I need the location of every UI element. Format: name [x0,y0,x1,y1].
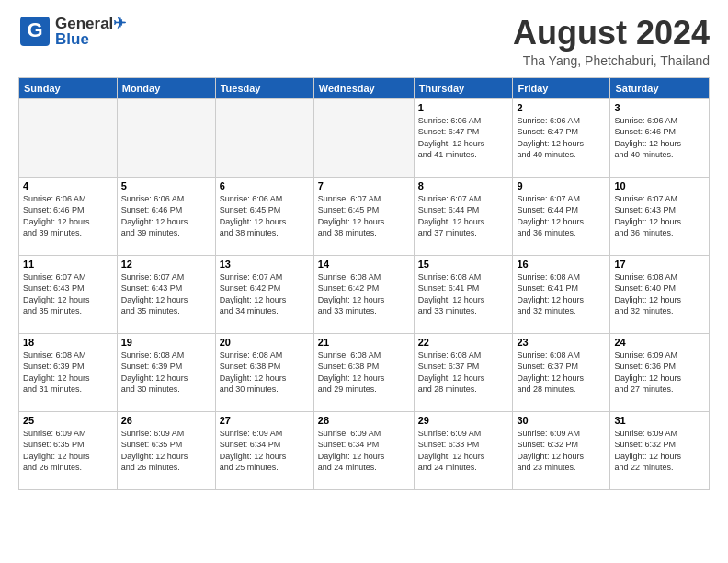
logo-blue: Blue [55,30,89,48]
day-info: Sunrise: 6:09 AM Sunset: 6:34 PM Dayligh… [318,428,410,474]
day-number: 11 [23,259,113,270]
day-info: Sunrise: 6:06 AM Sunset: 6:46 PM Dayligh… [23,193,113,239]
month-title: August 2024 [513,15,710,52]
calendar-cell: 30Sunrise: 6:09 AM Sunset: 6:32 PM Dayli… [513,411,610,489]
day-info: Sunrise: 6:09 AM Sunset: 6:32 PM Dayligh… [517,428,606,474]
svg-text:G: G [27,18,42,41]
day-number: 29 [418,415,509,426]
day-info: Sunrise: 6:08 AM Sunset: 6:38 PM Dayligh… [220,350,310,396]
calendar-cell: 13Sunrise: 6:07 AM Sunset: 6:42 PM Dayli… [215,255,313,333]
day-number: 19 [121,337,211,348]
day-number: 5 [121,180,211,191]
calendar-cell: 22Sunrise: 6:08 AM Sunset: 6:37 PM Dayli… [414,333,513,411]
day-info: Sunrise: 6:07 AM Sunset: 6:45 PM Dayligh… [318,193,410,239]
day-number: 20 [220,337,310,348]
calendar-cell: 3Sunrise: 6:06 AM Sunset: 6:46 PM Daylig… [610,98,710,177]
calendar-cell: 19Sunrise: 6:08 AM Sunset: 6:39 PM Dayli… [117,333,215,411]
day-number: 14 [318,259,410,270]
day-number: 12 [121,259,211,270]
day-number: 8 [418,180,509,191]
day-info: Sunrise: 6:06 AM Sunset: 6:46 PM Dayligh… [121,193,211,239]
day-info: Sunrise: 6:08 AM Sunset: 6:42 PM Dayligh… [318,271,410,317]
day-info: Sunrise: 6:09 AM Sunset: 6:35 PM Dayligh… [121,428,211,474]
day-number: 31 [614,415,705,426]
calendar-cell: 31Sunrise: 6:09 AM Sunset: 6:32 PM Dayli… [610,411,710,489]
day-number: 2 [517,102,606,113]
calendar-cell: 27Sunrise: 6:09 AM Sunset: 6:34 PM Dayli… [215,411,313,489]
day-info: Sunrise: 6:08 AM Sunset: 6:39 PM Dayligh… [23,350,113,396]
day-number: 25 [23,415,113,426]
calendar-cell: 18Sunrise: 6:08 AM Sunset: 6:39 PM Dayli… [19,333,118,411]
day-info: Sunrise: 6:08 AM Sunset: 6:38 PM Dayligh… [318,350,410,396]
calendar-cell: 2Sunrise: 6:06 AM Sunset: 6:47 PM Daylig… [513,98,610,177]
calendar-cell: 21Sunrise: 6:08 AM Sunset: 6:38 PM Dayli… [313,333,414,411]
calendar-cell: 4Sunrise: 6:06 AM Sunset: 6:46 PM Daylig… [19,177,118,255]
calendar-cell: 7Sunrise: 6:07 AM Sunset: 6:45 PM Daylig… [313,177,414,255]
day-info: Sunrise: 6:07 AM Sunset: 6:44 PM Dayligh… [517,193,606,239]
calendar-cell: 29Sunrise: 6:09 AM Sunset: 6:33 PM Dayli… [414,411,513,489]
logo-text: General✈ Blue [55,16,126,47]
calendar-cell: 20Sunrise: 6:08 AM Sunset: 6:38 PM Dayli… [215,333,313,411]
calendar-cell: 10Sunrise: 6:07 AM Sunset: 6:43 PM Dayli… [610,177,710,255]
location: Tha Yang, Phetchaburi, Thailand [513,53,710,68]
day-info: Sunrise: 6:07 AM Sunset: 6:43 PM Dayligh… [614,193,705,239]
day-number: 10 [614,180,705,191]
day-info: Sunrise: 6:08 AM Sunset: 6:39 PM Dayligh… [121,350,211,396]
day-info: Sunrise: 6:06 AM Sunset: 6:46 PM Dayligh… [614,115,705,161]
day-info: Sunrise: 6:09 AM Sunset: 6:32 PM Dayligh… [614,428,705,474]
day-info: Sunrise: 6:09 AM Sunset: 6:36 PM Dayligh… [614,350,705,396]
day-number: 6 [220,180,310,191]
day-info: Sunrise: 6:08 AM Sunset: 6:37 PM Dayligh… [418,350,509,396]
col-tuesday: Tuesday [215,77,313,98]
day-number: 21 [318,337,410,348]
day-number: 23 [517,337,606,348]
col-friday: Friday [513,77,610,98]
calendar-cell: 6Sunrise: 6:06 AM Sunset: 6:45 PM Daylig… [215,177,313,255]
calendar-header-row: Sunday Monday Tuesday Wednesday Thursday… [19,77,710,98]
day-info: Sunrise: 6:09 AM Sunset: 6:33 PM Dayligh… [418,428,509,474]
day-number: 18 [23,337,113,348]
calendar-table: Sunday Monday Tuesday Wednesday Thursday… [18,77,710,490]
calendar-week-row: 11Sunrise: 6:07 AM Sunset: 6:43 PM Dayli… [19,255,710,333]
title-block: August 2024 Tha Yang, Phetchaburi, Thail… [513,15,710,68]
day-info: Sunrise: 6:07 AM Sunset: 6:43 PM Dayligh… [121,271,211,317]
calendar-cell: 14Sunrise: 6:08 AM Sunset: 6:42 PM Dayli… [313,255,414,333]
day-number: 4 [23,180,113,191]
col-wednesday: Wednesday [313,77,414,98]
day-number: 28 [318,415,410,426]
day-info: Sunrise: 6:09 AM Sunset: 6:35 PM Dayligh… [23,428,113,474]
day-number: 27 [220,415,310,426]
calendar-cell [117,98,215,177]
day-number: 1 [418,102,509,113]
day-number: 7 [318,180,410,191]
day-number: 9 [517,180,606,191]
col-sunday: Sunday [19,77,118,98]
day-info: Sunrise: 6:08 AM Sunset: 6:40 PM Dayligh… [614,271,705,317]
day-info: Sunrise: 6:07 AM Sunset: 6:43 PM Dayligh… [23,271,113,317]
day-info: Sunrise: 6:06 AM Sunset: 6:45 PM Dayligh… [220,193,310,239]
calendar-cell [313,98,414,177]
logo: G General✈ Blue [18,15,126,48]
day-number: 17 [614,259,705,270]
page: G General✈ Blue August 2024 Tha Yang, Ph… [0,0,728,563]
day-number: 30 [517,415,606,426]
calendar-cell: 8Sunrise: 6:07 AM Sunset: 6:44 PM Daylig… [414,177,513,255]
day-info: Sunrise: 6:06 AM Sunset: 6:47 PM Dayligh… [517,115,606,161]
col-monday: Monday [117,77,215,98]
calendar-cell: 12Sunrise: 6:07 AM Sunset: 6:43 PM Dayli… [117,255,215,333]
calendar-cell: 23Sunrise: 6:08 AM Sunset: 6:37 PM Dayli… [513,333,610,411]
calendar-week-row: 25Sunrise: 6:09 AM Sunset: 6:35 PM Dayli… [19,411,710,489]
calendar-cell: 26Sunrise: 6:09 AM Sunset: 6:35 PM Dayli… [117,411,215,489]
calendar-cell: 15Sunrise: 6:08 AM Sunset: 6:41 PM Dayli… [414,255,513,333]
calendar-cell: 11Sunrise: 6:07 AM Sunset: 6:43 PM Dayli… [19,255,118,333]
day-info: Sunrise: 6:09 AM Sunset: 6:34 PM Dayligh… [220,428,310,474]
day-number: 22 [418,337,509,348]
calendar-cell: 25Sunrise: 6:09 AM Sunset: 6:35 PM Dayli… [19,411,118,489]
day-info: Sunrise: 6:07 AM Sunset: 6:44 PM Dayligh… [418,193,509,239]
day-number: 15 [418,259,509,270]
calendar-week-row: 1Sunrise: 6:06 AM Sunset: 6:47 PM Daylig… [19,98,710,177]
day-number: 16 [517,259,606,270]
calendar-week-row: 4Sunrise: 6:06 AM Sunset: 6:46 PM Daylig… [19,177,710,255]
col-saturday: Saturday [610,77,710,98]
calendar-cell: 24Sunrise: 6:09 AM Sunset: 6:36 PM Dayli… [610,333,710,411]
